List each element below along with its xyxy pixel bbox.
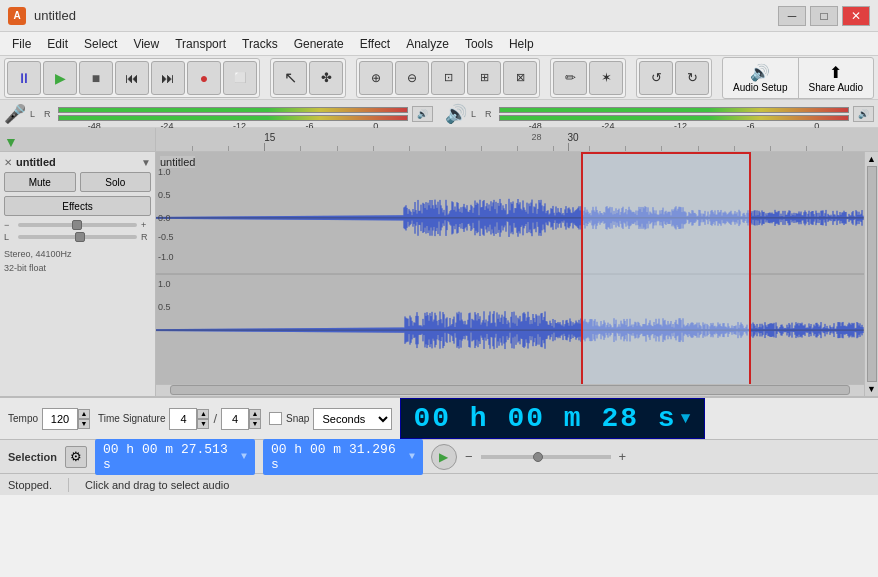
- ruler-left-pad: ▼: [0, 128, 156, 151]
- menu-effect[interactable]: Effect: [352, 35, 398, 53]
- snap-checkbox[interactable]: [269, 412, 282, 425]
- effects-button[interactable]: Effects: [4, 196, 151, 216]
- timesig-divider: /: [213, 411, 217, 426]
- gain-slider-row: − +: [4, 220, 151, 230]
- menu-view[interactable]: View: [125, 35, 167, 53]
- timesig-den-down[interactable]: ▼: [249, 419, 261, 429]
- multi-tool-button[interactable]: ✶: [589, 61, 623, 95]
- minor-tick: [228, 146, 229, 151]
- playback-play-button[interactable]: ▶: [431, 444, 457, 470]
- skip-end-button[interactable]: ⏭: [151, 61, 185, 95]
- menu-help[interactable]: Help: [501, 35, 542, 53]
- minor-tick: [337, 146, 338, 151]
- minor-tick: [589, 146, 590, 151]
- timesig-section: Time Signature 4 ▲ ▼ / 4 ▲ ▼: [98, 408, 261, 430]
- scroll-bar-thumb[interactable]: [867, 166, 877, 382]
- menu-file[interactable]: File: [4, 35, 39, 53]
- record-button[interactable]: ●: [187, 61, 221, 95]
- minor-tick: [409, 146, 410, 151]
- close-button[interactable]: ✕: [842, 6, 870, 26]
- gain-thumb[interactable]: [72, 220, 82, 230]
- solo-button[interactable]: Solo: [80, 172, 152, 192]
- loop-button[interactable]: ⬜: [223, 61, 257, 95]
- output-volume-control[interactable]: 🔊: [853, 106, 874, 122]
- tempo-down-button[interactable]: ▼: [78, 419, 90, 429]
- play-button[interactable]: ▶: [43, 61, 77, 95]
- undo-button[interactable]: ↺: [639, 61, 673, 95]
- snap-section: Snap Seconds Beats Measures: [269, 408, 392, 430]
- playback-volume-slider[interactable]: [481, 455, 611, 459]
- pause-button[interactable]: ⏸: [7, 61, 41, 95]
- zoom-all-button[interactable]: ⊠: [503, 61, 537, 95]
- status-text: Stopped.: [8, 479, 52, 491]
- tempo-up-button[interactable]: ▲: [78, 409, 90, 419]
- stop-button[interactable]: ■: [79, 61, 113, 95]
- zoom-sel-button[interactable]: ⊡: [431, 61, 465, 95]
- snap-dropdown[interactable]: Seconds Beats Measures: [313, 408, 392, 430]
- zoom-fit-button[interactable]: ⊞: [467, 61, 501, 95]
- playback-volume-thumb[interactable]: [533, 452, 543, 462]
- draw-tool-button[interactable]: ✏: [553, 61, 587, 95]
- timesig-den-up[interactable]: ▲: [249, 409, 261, 419]
- minor-tick: [661, 146, 662, 151]
- zoom-out-button[interactable]: ⊖: [395, 61, 429, 95]
- selection-end-value: 00 h 00 m 31.296 s: [271, 442, 409, 472]
- input-volume-control[interactable]: 🔊: [412, 106, 433, 122]
- ruler-tick-30: 30: [568, 132, 579, 143]
- time-display: 00 h 00 m 28 s ▼: [400, 398, 705, 439]
- menu-edit[interactable]: Edit: [39, 35, 76, 53]
- cursor-tool-button[interactable]: ↖: [273, 61, 307, 95]
- tempo-spinner: ▲ ▼: [78, 409, 90, 429]
- gain-plus-label: +: [141, 220, 151, 230]
- track-dropdown-button[interactable]: ▼: [141, 157, 151, 168]
- timesig-denominator[interactable]: 4: [221, 408, 249, 430]
- zoom-in-button[interactable]: ⊕: [359, 61, 393, 95]
- share-audio-button[interactable]: ⬆ Share Audio: [799, 58, 874, 98]
- timesig-num-down[interactable]: ▼: [197, 419, 209, 429]
- mic-icon: 🎤: [4, 103, 26, 125]
- select-tool-button[interactable]: ✤: [309, 61, 343, 95]
- pan-slider-row: L R: [4, 232, 151, 242]
- mute-button[interactable]: Mute: [4, 172, 76, 192]
- horizontal-scrollbar[interactable]: [156, 384, 864, 396]
- tempo-input[interactable]: 120: [42, 408, 78, 430]
- minor-tick: [806, 146, 807, 151]
- timesig-num-up[interactable]: ▲: [197, 409, 209, 419]
- selection-bar: Selection ⚙ 00 h 00 m 27.513 s ▼ 00 h 00…: [0, 439, 878, 473]
- pan-thumb[interactable]: [75, 232, 85, 242]
- playback-minus-label: −: [465, 449, 473, 464]
- scroll-up-button[interactable]: ▲: [867, 154, 876, 164]
- timesig-numerator[interactable]: 4: [169, 408, 197, 430]
- selection-label: Selection: [8, 451, 57, 463]
- menu-tracks[interactable]: Tracks: [234, 35, 286, 53]
- scroll-thumb[interactable]: [170, 385, 850, 395]
- timesig-den-spinner: ▲ ▼: [249, 409, 261, 429]
- waveform-area[interactable]: untitled: [156, 152, 864, 396]
- gain-slider[interactable]: [18, 223, 137, 227]
- redo-button[interactable]: ↻: [675, 61, 709, 95]
- skip-start-button[interactable]: ⏮: [115, 61, 149, 95]
- vertical-scrollbar[interactable]: ▲ ▼: [864, 152, 878, 396]
- track-close-button[interactable]: ✕: [4, 157, 12, 168]
- selection-settings-button[interactable]: ⚙: [65, 446, 87, 468]
- selection-start-value: 00 h 00 m 27.513 s: [103, 442, 241, 472]
- menu-transport[interactable]: Transport: [167, 35, 234, 53]
- selection-end-field[interactable]: 00 h 00 m 31.296 s ▼: [263, 439, 423, 475]
- time-dropdown-button[interactable]: ▼: [681, 410, 693, 428]
- snap-select-input[interactable]: Seconds Beats Measures: [313, 408, 392, 430]
- menu-select[interactable]: Select: [76, 35, 125, 53]
- statusbar: Stopped. Click and drag to select audio: [0, 473, 878, 495]
- scroll-down-button[interactable]: ▼: [867, 384, 876, 394]
- maximize-button[interactable]: □: [810, 6, 838, 26]
- status-hint: Click and drag to select audio: [85, 479, 229, 491]
- pan-slider[interactable]: [18, 235, 137, 239]
- minimize-button[interactable]: ─: [778, 6, 806, 26]
- audio-setup-button[interactable]: 🔊 Audio Setup: [723, 58, 799, 98]
- minor-tick: [481, 146, 482, 151]
- menu-tools[interactable]: Tools: [457, 35, 501, 53]
- minor-tick: [553, 146, 554, 151]
- menu-analyze[interactable]: Analyze: [398, 35, 457, 53]
- selection-start-field[interactable]: 00 h 00 m 27.513 s ▼: [95, 439, 255, 475]
- menu-generate[interactable]: Generate: [286, 35, 352, 53]
- input-meter: L R -48-24-12-60: [30, 107, 408, 121]
